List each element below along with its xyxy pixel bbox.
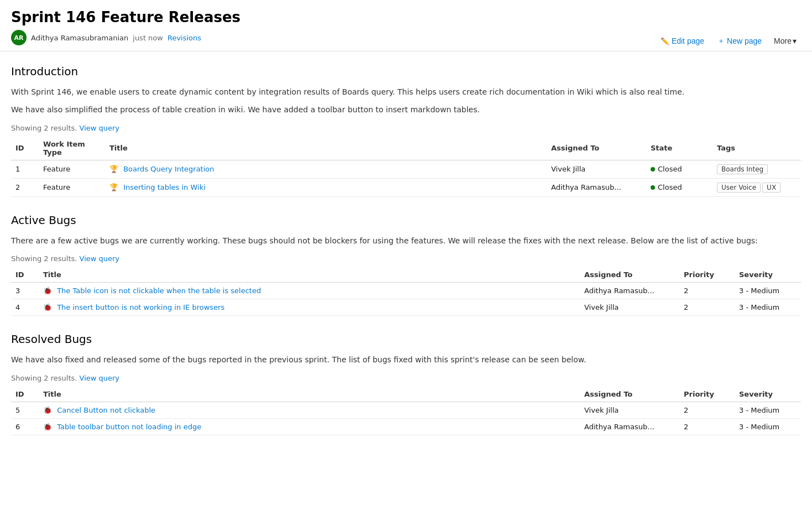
- col-header-severity-bugs: Severity: [735, 267, 801, 283]
- revisions-link[interactable]: Revisions: [167, 34, 201, 42]
- cell-id: 1: [11, 160, 39, 178]
- intro-view-query-link[interactable]: View query: [80, 124, 120, 132]
- cell-priority: 2: [679, 299, 735, 316]
- cell-severity: 3 - Medium: [735, 299, 801, 316]
- active-bugs-section: Active Bugs There are a few active bugs …: [11, 214, 801, 316]
- introduction-section: Introduction With Sprint 146, we enable …: [11, 65, 801, 197]
- table-row: 6 🐞 Table toolbar button not loading in …: [11, 418, 801, 435]
- edit-page-label: Edit page: [672, 37, 704, 45]
- page-wrapper: ✏️ Edit page ＋ New page More ▾ Sprint 14…: [0, 0, 812, 515]
- feature-icon: 🏆: [109, 183, 118, 191]
- status-dot: [651, 167, 655, 171]
- cell-title: 🐞 The insert button is not working in IE…: [39, 299, 580, 316]
- status-dot: [651, 185, 655, 190]
- col-header-title-bugs: Title: [39, 267, 580, 283]
- col-header-tags: Tags: [713, 137, 801, 160]
- more-button[interactable]: More ▾: [769, 34, 801, 48]
- col-header-id: ID: [11, 137, 39, 160]
- cell-id: 5: [11, 402, 39, 418]
- cell-priority: 2: [679, 402, 735, 418]
- intro-query-label: Showing 2 results. View query: [11, 124, 801, 132]
- col-header-severity-resolved: Severity: [735, 387, 801, 402]
- intro-paragraph-2: We have also simplified the process of t…: [11, 103, 801, 116]
- cell-assigned: Vivek Jilla: [580, 402, 679, 418]
- cell-severity: 3 - Medium: [735, 402, 801, 418]
- active-bugs-paragraph: There are a few active bugs we are curre…: [11, 235, 801, 247]
- cell-assigned: Adithya Ramasub...: [547, 178, 646, 196]
- active-bugs-view-query-link[interactable]: View query: [80, 254, 120, 263]
- cell-title: 🏆 Inserting tables in Wiki: [105, 178, 547, 196]
- col-header-assigned: Assigned To: [547, 137, 646, 160]
- tag-badge: User Voice: [717, 183, 761, 193]
- col-header-priority-resolved: Priority: [679, 387, 735, 402]
- col-header-type: Work Item Type: [39, 137, 105, 160]
- bug-icon: 🐞: [43, 423, 52, 431]
- tag-badge: Boards Integ: [717, 164, 768, 174]
- title-link[interactable]: Inserting tables in Wiki: [123, 183, 206, 191]
- cell-type: Feature: [39, 160, 105, 178]
- table-row: 1 Feature 🏆 Boards Query Integration Viv…: [11, 160, 801, 178]
- table-row: 2 Feature 🏆 Inserting tables in Wiki Adi…: [11, 178, 801, 196]
- tag-badge: UX: [762, 183, 780, 193]
- more-label: More: [774, 37, 792, 45]
- cell-id: 4: [11, 299, 39, 316]
- new-page-label: New page: [727, 37, 762, 45]
- cell-title: 🐞 Table toolbar button not loading in ed…: [39, 418, 580, 435]
- col-header-state: State: [646, 137, 713, 160]
- cell-severity: 3 - Medium: [735, 283, 801, 299]
- col-header-assigned-bugs: Assigned To: [580, 267, 679, 283]
- cell-state: Closed: [646, 178, 713, 196]
- cell-severity: 3 - Medium: [735, 418, 801, 435]
- resolved-bugs-table: ID Title Assigned To Priority Severity 5…: [11, 387, 801, 435]
- resolved-bugs-title: Resolved Bugs: [11, 332, 801, 346]
- content-area: Introduction With Sprint 146, we enable …: [0, 51, 812, 465]
- cell-title: 🐞 Cancel Button not clickable: [39, 402, 580, 418]
- timestamp: just now: [133, 34, 163, 42]
- title-link[interactable]: The Table icon is not clickable when the…: [57, 287, 261, 295]
- table-row: 4 🐞 The insert button is not working in …: [11, 299, 801, 316]
- cell-assigned: Adithya Ramasub...: [580, 283, 679, 299]
- cell-id: 2: [11, 178, 39, 196]
- avatar: AR: [11, 30, 27, 45]
- edit-page-button[interactable]: ✏️ Edit page: [655, 34, 710, 48]
- chevron-down-icon: ▾: [793, 37, 797, 45]
- bug-icon: 🐞: [43, 406, 52, 414]
- cell-assigned: Vivek Jilla: [547, 160, 646, 178]
- bug-icon: 🐞: [43, 303, 52, 311]
- plus-icon: ＋: [717, 36, 725, 46]
- col-header-title-resolved: Title: [39, 387, 580, 402]
- cell-title: 🐞 The Table icon is not clickable when t…: [39, 283, 580, 299]
- introduction-table: ID Work Item Type Title Assigned To Stat…: [11, 137, 801, 197]
- cell-tags: Boards Integ: [713, 160, 801, 178]
- cell-id: 3: [11, 283, 39, 299]
- table-row: 5 🐞 Cancel Button not clickable Vivek Ji…: [11, 402, 801, 418]
- title-link[interactable]: Boards Query Integration: [123, 165, 214, 173]
- col-header-id-resolved: ID: [11, 387, 39, 402]
- resolved-bugs-paragraph: We have also fixed and released some of …: [11, 353, 801, 366]
- introduction-title: Introduction: [11, 65, 801, 78]
- author-name: Adithya Ramasubramanian: [31, 34, 128, 42]
- cell-priority: 2: [679, 283, 735, 299]
- cell-state: Closed: [646, 160, 713, 178]
- top-actions-bar: ✏️ Edit page ＋ New page More ▾: [655, 33, 801, 49]
- title-link[interactable]: The insert button is not working in IE b…: [57, 303, 224, 311]
- intro-paragraph-1: With Sprint 146, we enable users to crea…: [11, 86, 801, 98]
- bug-icon: 🐞: [43, 287, 52, 295]
- col-header-priority-bugs: Priority: [679, 267, 735, 283]
- cell-assigned: Vivek Jilla: [580, 299, 679, 316]
- edit-icon: ✏️: [661, 37, 669, 45]
- col-header-assigned-resolved: Assigned To: [580, 387, 679, 402]
- cell-type: Feature: [39, 178, 105, 196]
- table-row: 3 🐞 The Table icon is not clickable when…: [11, 283, 801, 299]
- title-link[interactable]: Cancel Button not clickable: [57, 406, 155, 414]
- title-link[interactable]: Table toolbar button not loading in edge: [57, 423, 201, 431]
- new-page-button[interactable]: ＋ New page: [712, 33, 767, 49]
- cell-tags: User VoiceUX: [713, 178, 801, 196]
- cell-priority: 2: [679, 418, 735, 435]
- cell-id: 6: [11, 418, 39, 435]
- active-bugs-title: Active Bugs: [11, 214, 801, 227]
- active-bugs-query-label: Showing 2 results. View query: [11, 254, 801, 263]
- active-bugs-table: ID Title Assigned To Priority Severity 3…: [11, 267, 801, 316]
- resolved-bugs-view-query-link[interactable]: View query: [80, 374, 120, 382]
- col-header-title: Title: [105, 137, 547, 160]
